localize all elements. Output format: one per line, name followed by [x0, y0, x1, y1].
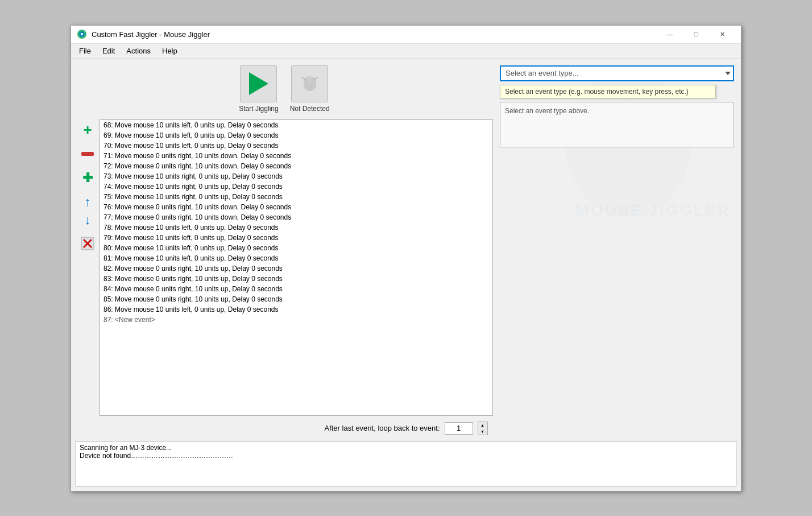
list-item[interactable]: 72: Move mouse 0 units right, 10 units d… [100, 161, 492, 171]
loop-increment-button[interactable]: ▲ [478, 422, 487, 428]
list-item[interactable]: 71: Move mouse 0 units right, 10 units d… [100, 151, 492, 161]
maximize-button[interactable]: □ [683, 25, 709, 43]
list-item[interactable]: 78: Move mouse 10 units left, 0 units up… [100, 222, 492, 233]
duplicate-event-button[interactable]: ✚ [79, 170, 96, 187]
event-detail-panel: Select an event type above. [500, 102, 734, 147]
list-item[interactable]: 84: Move mouse 0 units right, 10 units u… [100, 284, 492, 294]
main-content: Start Jiggling Not Detect [71, 59, 741, 491]
brand-text1: MOUSE. [576, 201, 649, 219]
event-type-dropdown-wrapper: Select an event type... [500, 65, 734, 81]
list-item[interactable]: 76: Move mouse 0 units right, 10 units d… [100, 202, 492, 212]
top-section: Start Jiggling Not Detect [76, 63, 736, 416]
event-list[interactable]: 68: Move mouse 10 units left, 0 units up… [100, 119, 493, 416]
move-down-button[interactable]: ↓ [79, 212, 96, 229]
right-panel-content: Select an event type... Select an event … [498, 63, 736, 150]
toolbar-row: Start Jiggling Not Detect [76, 63, 493, 117]
left-panel: Start Jiggling Not Detect [76, 63, 493, 416]
device-icon [298, 72, 322, 96]
app-icon [77, 29, 87, 39]
list-item[interactable]: 82: Move mouse 0 units right, 10 units u… [100, 263, 492, 274]
list-item[interactable]: 80: Move mouse 10 units left, 0 units up… [100, 243, 492, 253]
loop-label: After last event, loop back to event: [324, 424, 440, 432]
list-item[interactable]: 79: Move mouse 10 units left, 0 units up… [100, 233, 492, 243]
add-event-button[interactable]: + [79, 122, 96, 139]
event-type-tooltip: Select an event type (e.g. mouse movemen… [500, 85, 716, 98]
minimize-button[interactable]: — [657, 25, 683, 43]
title-bar: Custom Fast Jiggler - Mouse Jiggler — □ … [71, 26, 741, 44]
log-line: Device not found……………………………………… [80, 452, 732, 460]
device-icon-box [291, 65, 328, 102]
delete-event-button[interactable] [80, 236, 96, 251]
svg-point-5 [308, 86, 312, 89]
list-item[interactable]: 81: Move mouse 10 units left, 0 units up… [100, 253, 492, 263]
list-item[interactable]: 69: Move mouse 10 units left, 0 units up… [100, 130, 492, 141]
menu-help[interactable]: Help [156, 45, 183, 57]
list-item[interactable]: 74: Move mouse 10 units right, 0 units u… [100, 181, 492, 192]
svg-point-2 [81, 33, 83, 35]
play-icon [249, 72, 268, 95]
event-type-dropdown[interactable]: Select an event type... [500, 65, 734, 81]
loop-row: After last event, loop back to event: ▲ … [76, 419, 736, 437]
list-item[interactable]: 70: Move mouse 10 units left, 0 units up… [100, 141, 492, 151]
list-item[interactable]: 83: Move mouse 0 units right, 10 units u… [100, 274, 492, 284]
loop-decrement-button[interactable]: ▼ [478, 428, 487, 435]
window-controls: — □ ✕ [657, 25, 735, 43]
middle-row: + ✚ ↑ ↓ [76, 119, 493, 416]
menu-edit[interactable]: Edit [97, 45, 121, 57]
window-title: Custom Fast Jiggler - Mouse Jiggler [92, 30, 657, 39]
log-line: Scanning for an MJ-3 device... [80, 444, 732, 452]
list-item[interactable]: 73: Move mouse 10 units right, 0 units u… [100, 171, 492, 181]
loop-input[interactable] [445, 422, 473, 435]
sidebar-actions: + ✚ ↑ ↓ [76, 119, 100, 416]
list-item[interactable]: 85: Move mouse 0 units right, 10 units u… [100, 294, 492, 304]
log-area: Scanning for an MJ-3 device... Device no… [76, 441, 736, 486]
list-item[interactable]: 77: Move mouse 0 units right, 10 units d… [100, 212, 492, 222]
loop-spinner: ▲ ▼ [478, 422, 488, 435]
remove-event-button[interactable] [79, 146, 96, 163]
event-detail-placeholder: Select an event type above. [505, 107, 589, 115]
menu-actions[interactable]: Actions [121, 45, 156, 57]
move-up-button[interactable]: ↑ [79, 193, 96, 210]
close-button[interactable]: ✕ [709, 25, 735, 43]
start-jiggling-button[interactable]: Start Jiggling [239, 65, 278, 113]
menu-bar: File Edit Actions Help [71, 44, 741, 59]
list-item[interactable]: 86: Move mouse 10 units left, 0 units up… [100, 304, 492, 315]
device-status-button: Not Detected [290, 65, 330, 113]
menu-file[interactable]: File [73, 45, 97, 57]
main-window: Custom Fast Jiggler - Mouse Jiggler — □ … [71, 25, 741, 492]
device-label: Not Detected [290, 105, 330, 113]
start-jiggling-label: Start Jiggling [239, 105, 278, 113]
list-item[interactable]: 75: Move mouse 10 units right, 0 units u… [100, 192, 492, 202]
tooltip-text: Select an event type (e.g. mouse movemen… [505, 88, 689, 96]
right-panel: MOUSE.JIGGLER Select an event type... Se… [498, 63, 736, 416]
start-jiggling-icon-box [240, 65, 277, 102]
list-item[interactable]: 68: Move mouse 10 units left, 0 units up… [100, 120, 492, 130]
brand-text2: JIGGLER [649, 201, 731, 219]
list-item-new[interactable]: 87: <New event> [100, 315, 492, 325]
